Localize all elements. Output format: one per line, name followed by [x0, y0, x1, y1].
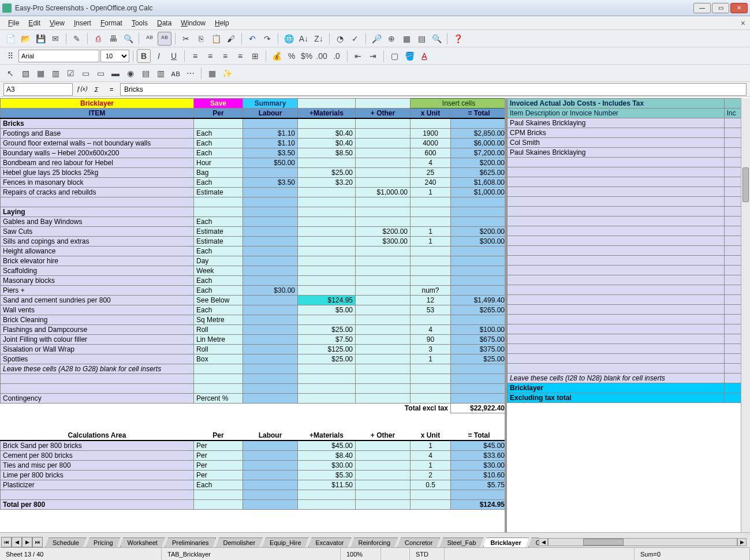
edit-file-icon[interactable]: ✎ [70, 32, 84, 46]
sheet-tab-demolisher[interactable]: Demolisher [215, 537, 263, 547]
table-row[interactable]: Leave these cells (A28 to G28) blank for… [1, 364, 508, 374]
table-row[interactable]: Lime per 800 bricksPer$5.302$10.60 [1, 470, 508, 480]
sheet-tab-excavator[interactable]: Excavator [308, 537, 352, 547]
close-button[interactable]: ✕ [730, 3, 748, 13]
table-row[interactable]: Masonary blocksEach [1, 276, 508, 286]
sheet-tab-preliminaries[interactable]: Preliminaries [165, 537, 217, 547]
navigator-icon[interactable]: ⊕ [385, 32, 398, 46]
table-row[interactable]: Sand and cement sundries per 800See Belo… [1, 296, 508, 305]
vertical-scrollbar[interactable] [741, 98, 750, 532]
email-icon[interactable]: ✉ [48, 32, 62, 46]
select-icon[interactable]: ↖ [3, 66, 17, 80]
add-decimal-icon[interactable]: .00 [315, 49, 329, 63]
table-row[interactable] [508, 305, 750, 315]
menu-file[interactable]: File [3, 17, 24, 29]
more-controls-icon[interactable]: ⋯ [184, 66, 197, 80]
table-row[interactable] [508, 354, 750, 364]
minimize-button[interactable]: — [693, 3, 711, 13]
status-mode[interactable]: STD [410, 548, 445, 560]
inc-indent-icon[interactable]: ⇥ [366, 49, 380, 63]
formula-input[interactable] [120, 83, 747, 96]
table-row[interactable] [508, 207, 750, 216]
table-row[interactable] [508, 226, 750, 236]
table-row[interactable] [508, 344, 750, 354]
preview-icon[interactable]: 🔍 [121, 32, 135, 46]
print-icon[interactable]: 🖶 [106, 32, 120, 46]
sheet-tab-concretor[interactable]: Concretor [397, 537, 440, 547]
save-button-cell[interactable]: Save [194, 99, 243, 109]
table-row[interactable]: CPM Bricks [508, 128, 750, 138]
tab-nav-first[interactable]: ⏮ [1, 537, 12, 547]
sheet-right-grid[interactable]: Invoiced Actual Job Costs - Includes Tax… [507, 98, 750, 532]
menu-format[interactable]: Format [96, 17, 127, 29]
table-row[interactable]: Cement per 800 bricksPer$8.404$33.60 [1, 450, 508, 460]
datasource-icon[interactable]: ▤ [415, 32, 428, 46]
align-center-icon[interactable]: ≡ [203, 49, 217, 63]
table-row[interactable]: Fences in masonary blockEach$3.50$3.2024… [1, 178, 508, 188]
combobox-icon[interactable]: ▥ [154, 66, 167, 80]
table-row[interactable] [508, 197, 750, 207]
italic-button[interactable]: I [152, 49, 166, 63]
menu-help[interactable]: Help [210, 17, 234, 29]
table-row[interactable]: Joint Filling with colour fillerLin Metr… [1, 335, 508, 345]
label-icon[interactable]: ᴀʙ [169, 66, 182, 80]
table-row[interactable]: Flashings and DampcourseRoll$25.004$100.… [1, 325, 508, 335]
styles-icon[interactable]: ⠿ [3, 49, 17, 63]
sheet-tab-carpent[interactable]: Carpent [528, 537, 539, 547]
table-row[interactable] [508, 315, 750, 324]
menu-edit[interactable]: Edit [24, 17, 45, 29]
bold-button[interactable]: B [137, 49, 151, 63]
standard-format-icon[interactable]: $% [300, 49, 314, 63]
table-row[interactable]: Footings and BaseEach$1.10$0.401900$2,85… [1, 129, 508, 139]
tab-nav-prev[interactable]: ◀ [12, 537, 22, 547]
show-draw-icon[interactable]: ✓ [348, 32, 362, 46]
table-row[interactable] [508, 187, 750, 197]
sheet-tab-equip_hire[interactable]: Equip_Hire [262, 537, 308, 547]
table-row[interactable] [508, 256, 750, 266]
sheet-tab-schedule[interactable]: Schedule [45, 537, 87, 547]
sheet-tab-steel_fab[interactable]: Steel_Fab [439, 537, 483, 547]
table-row[interactable] [508, 275, 750, 285]
sheet-tab-bricklayer[interactable]: Bricklayer [483, 537, 529, 547]
table-row[interactable] [1, 374, 508, 384]
equals-icon[interactable]: = [105, 83, 118, 96]
copy-icon[interactable]: ⎘ [194, 32, 208, 46]
textbox-icon[interactable]: ▭ [79, 66, 92, 80]
checkbox-icon[interactable]: ☑ [64, 66, 77, 80]
table-row[interactable] [1, 384, 508, 394]
currency-icon[interactable]: 💰 [270, 49, 283, 63]
table-row[interactable]: Col Smith [508, 138, 750, 148]
sheet-main-grid[interactable]: Bricklayer Save Summary Insert cells ITE… [0, 98, 507, 532]
sum-icon[interactable]: Σ [90, 83, 103, 96]
table-row[interactable]: Laying [1, 207, 508, 217]
table-row[interactable] [508, 334, 750, 344]
chart-icon[interactable]: ◔ [333, 32, 347, 46]
open-icon[interactable]: 📂 [18, 32, 32, 46]
menu-view[interactable]: View [45, 17, 69, 29]
sheet-tab-pricing[interactable]: Pricing [86, 537, 121, 547]
control-icon[interactable]: ▦ [33, 66, 47, 80]
table-row[interactable]: Sills and copings and extrasEstimate$300… [1, 237, 508, 247]
sheet-tab-worksheet[interactable]: Worksheet [120, 537, 165, 547]
table-row[interactable] [508, 364, 750, 374]
zoom-icon[interactable]: 🔍 [430, 32, 443, 46]
table-row[interactable]: Paul Skaines Bricklaying [508, 148, 750, 158]
table-row[interactable]: Brick elevator hireDay [1, 256, 508, 266]
paste-icon[interactable]: 📋 [209, 32, 223, 46]
sort-asc-icon[interactable]: A↓ [297, 32, 311, 46]
design-mode-icon[interactable]: ▧ [18, 66, 32, 80]
table-row[interactable] [508, 295, 750, 305]
table-row[interactable]: Wall ventsEach$5.0053$265.00 [1, 305, 508, 315]
pdf-export-icon[interactable]: ⎙ [91, 32, 105, 46]
formatted-field-icon[interactable]: ▭ [94, 66, 107, 80]
borders-icon[interactable]: ▢ [387, 49, 401, 63]
help-icon[interactable]: ❓ [451, 32, 465, 46]
cell-reference-input[interactable] [3, 83, 73, 96]
spellcheck-icon[interactable]: ᴬᴮ [143, 32, 156, 46]
table-row[interactable]: Repairs of cracks and rebuildsEstimate$1… [1, 188, 508, 197]
insert-cells-button[interactable]: Insert cells [411, 99, 508, 109]
percent-icon[interactable]: % [285, 49, 298, 63]
menu-window[interactable]: Window [176, 17, 210, 29]
table-row[interactable] [508, 158, 750, 167]
listbox-icon[interactable]: ▤ [139, 66, 152, 80]
